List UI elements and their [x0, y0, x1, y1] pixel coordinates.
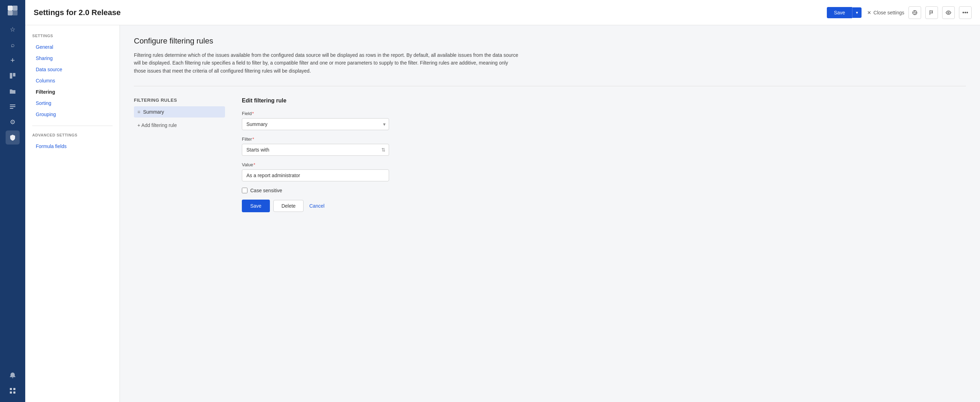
page-title: Settings for 2.0 Release: [33, 8, 821, 17]
nav-filtering[interactable]: Filtering: [32, 86, 113, 97]
svg-rect-0: [8, 6, 13, 11]
reset-icon-button[interactable]: [908, 6, 921, 19]
more-options-button[interactable]: •••: [959, 6, 972, 19]
svg-rect-7: [10, 106, 16, 107]
filtering-rules-title: Filtering rules: [134, 97, 225, 103]
form-delete-button[interactable]: Delete: [274, 200, 304, 212]
rule-list-icon: ≡: [137, 109, 140, 115]
close-settings-label: Close settings: [873, 10, 904, 16]
svg-rect-1: [13, 6, 18, 11]
nav-sorting[interactable]: Sorting: [32, 97, 113, 109]
value-label: Value*: [242, 162, 389, 168]
panel-description: Filtering rules determine which of the i…: [134, 51, 519, 75]
apps-icon[interactable]: [6, 384, 20, 398]
list-item[interactable]: ≡ Summary: [134, 106, 225, 118]
settings-sidebar: SETTINGS General Sharing Data source Col…: [25, 25, 120, 402]
case-sensitive-checkbox[interactable]: [242, 188, 247, 193]
filter-select[interactable]: Starts with Contains Equals Ends with Do…: [242, 144, 389, 156]
close-settings-button[interactable]: ✕ Close settings: [867, 10, 904, 16]
settings-section-label: SETTINGS: [32, 34, 113, 38]
bell-icon[interactable]: [6, 368, 20, 382]
panel-divider: [134, 86, 966, 86]
eye-icon-button[interactable]: [942, 6, 955, 19]
filter-required-marker: *: [252, 136, 254, 142]
case-sensitive-label[interactable]: Case sensitive: [250, 188, 282, 193]
settings-divider: [32, 126, 113, 126]
svg-rect-4: [10, 73, 12, 78]
svg-rect-5: [13, 73, 16, 77]
form-save-button[interactable]: Save: [242, 199, 270, 212]
action-buttons: Save Delete Cancel: [242, 199, 389, 212]
star-icon[interactable]: ☆: [6, 22, 20, 37]
app-logo[interactable]: [6, 4, 19, 17]
gear-icon[interactable]: ⚙: [6, 115, 20, 129]
add-filtering-rule-button[interactable]: + Add filtering rule: [134, 120, 180, 131]
filter-select-wrapper: Starts with Contains Equals Ends with Do…: [242, 144, 389, 156]
panel-title: Configure filtering rules: [134, 37, 966, 46]
search-icon[interactable]: ⌕: [6, 38, 20, 52]
svg-rect-12: [13, 391, 16, 394]
ellipsis-icon: •••: [963, 10, 969, 16]
top-header: Settings for 2.0 Release Save ▾ ✕ Close …: [25, 0, 980, 25]
value-input[interactable]: [242, 169, 389, 181]
svg-point-13: [948, 12, 949, 13]
field-label: Field*: [242, 111, 389, 116]
field-form-group: Field* Summary ▾: [242, 111, 389, 130]
edit-rule-section: Edit filtering rule Field* Summary ▾: [242, 97, 389, 212]
field-select[interactable]: Summary: [242, 118, 389, 130]
nav-data-source[interactable]: Data source: [32, 64, 113, 75]
field-select-wrapper: Summary ▾: [242, 118, 389, 130]
header-actions: ✕ Close settings •••: [867, 6, 972, 19]
nav-grouping[interactable]: Grouping: [32, 109, 113, 120]
svg-rect-9: [10, 388, 12, 390]
shield-icon[interactable]: [6, 131, 20, 145]
board-icon[interactable]: [6, 69, 20, 83]
icon-sidebar: ☆ ⌕ + ⚙: [0, 0, 25, 402]
value-form-group: Value*: [242, 162, 389, 181]
filter-form-group: Filter* Starts with Contains Equals Ends…: [242, 136, 389, 156]
svg-rect-8: [10, 108, 13, 109]
field-required-marker: *: [252, 111, 254, 116]
case-sensitive-row: Case sensitive: [242, 188, 389, 193]
advanced-section-label: ADVANCED SETTINGS: [32, 133, 113, 137]
folder-icon[interactable]: [6, 84, 20, 98]
close-icon: ✕: [867, 10, 871, 16]
save-dropdown-button[interactable]: ▾: [852, 7, 862, 18]
svg-rect-3: [13, 11, 18, 16]
body-layout: SETTINGS General Sharing Data source Col…: [25, 25, 980, 402]
filtering-layout: Filtering rules ≡ Summary + Add filterin…: [134, 97, 966, 212]
form-cancel-button[interactable]: Cancel: [307, 200, 327, 212]
edit-rule-title: Edit filtering rule: [242, 97, 389, 104]
nav-formula-fields[interactable]: Formula fields: [32, 141, 113, 152]
list-icon[interactable]: [6, 100, 20, 114]
filtering-rules-section: Filtering rules ≡ Summary + Add filterin…: [134, 97, 225, 212]
filter-label: Filter*: [242, 136, 389, 142]
svg-rect-10: [13, 388, 16, 390]
plus-icon[interactable]: +: [6, 53, 20, 67]
save-button[interactable]: Save: [827, 7, 852, 18]
svg-rect-6: [10, 105, 16, 105]
save-button-group: Save ▾: [827, 7, 862, 18]
nav-general[interactable]: General: [32, 41, 113, 53]
main-panel: Configure filtering rules Filtering rule…: [120, 25, 980, 402]
rule-label: Summary: [143, 109, 164, 115]
nav-columns[interactable]: Columns: [32, 75, 113, 86]
value-required-marker: *: [253, 162, 255, 168]
svg-rect-11: [10, 391, 12, 394]
svg-rect-2: [8, 11, 13, 16]
nav-sharing[interactable]: Sharing: [32, 53, 113, 64]
flag-icon-button[interactable]: [925, 6, 938, 19]
